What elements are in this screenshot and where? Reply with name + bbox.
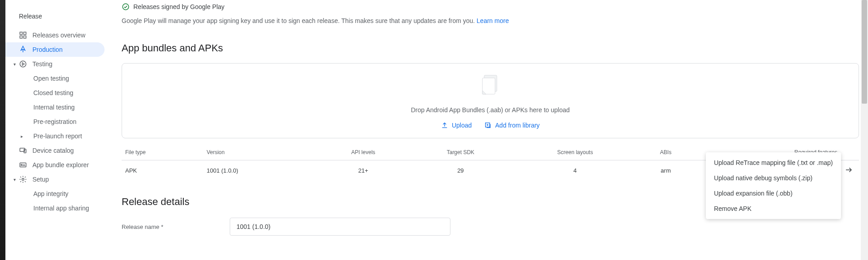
sidebar-label: Setup [32, 176, 49, 183]
library-icon [484, 122, 491, 129]
upload-button[interactable]: Upload [441, 122, 472, 129]
arrow-right-icon [845, 166, 853, 174]
sidebar-item-device-catalog[interactable]: Device catalog [5, 143, 106, 158]
sidebar-label: Internal app sharing [33, 205, 89, 212]
svg-rect-2 [20, 36, 22, 38]
gear-icon [19, 175, 32, 183]
cell-abis: arm [638, 160, 693, 181]
signing-status-text: Releases signed by Google Play [133, 3, 224, 10]
svg-point-11 [123, 4, 129, 10]
chevron-down-icon: ▾ [12, 177, 17, 182]
dropzone-text: Drop Android App Bundles (.aab) or APKs … [411, 106, 570, 114]
sidebar-label: App bundle explorer [32, 161, 89, 169]
sidebar-item-releases-overview[interactable]: Releases overview [5, 28, 106, 42]
cell-api-levels: 21+ [317, 160, 409, 181]
add-from-library-button[interactable]: Add from library [484, 122, 540, 129]
release-name-row: Release name * [122, 218, 859, 236]
col-file-type: File type [122, 145, 203, 160]
cell-file-type: APK [122, 160, 203, 181]
svg-rect-0 [20, 32, 22, 34]
app-bundles-heading: App bundles and APKs [122, 42, 859, 54]
apk-context-menu: Upload ReTrace mapping file (.txt or .ma… [706, 152, 841, 219]
col-abis: ABIs [638, 145, 693, 160]
sidebar-item-app-bundle-explorer[interactable]: App bundle explorer [5, 158, 106, 172]
upload-dropzone[interactable]: Drop Android App Bundles (.aab) or APKs … [122, 63, 859, 138]
release-name-label: Release name * [122, 224, 230, 230]
sidebar-label: Open testing [33, 75, 69, 82]
rocket-icon [19, 46, 32, 54]
col-actions [841, 145, 859, 160]
signing-status-row: Releases signed by Google Play [122, 3, 859, 11]
col-api-levels: API levels [317, 145, 409, 160]
dropzone-actions: Upload Add from library [441, 122, 540, 129]
add-from-library-label: Add from library [495, 122, 540, 129]
sidebar-item-pre-registration[interactable]: Pre-registration [5, 114, 106, 129]
sidebar-section-release: Release [5, 13, 106, 28]
sidebar-label: Production [32, 46, 63, 53]
sidebar-item-setup[interactable]: ▾ Setup [5, 172, 106, 187]
svg-point-10 [22, 178, 24, 181]
bundle-icon [19, 161, 32, 169]
release-name-input[interactable] [230, 218, 450, 236]
sidebar-label: App integrity [33, 190, 68, 197]
col-version: Version [203, 145, 318, 160]
menu-upload-expansion[interactable]: Upload expansion file (.obb) [706, 186, 841, 201]
testing-icon [19, 60, 32, 68]
menu-remove-apk[interactable]: Remove APK [706, 201, 841, 216]
svg-rect-3 [24, 36, 26, 38]
signing-desc-text: Google Play will manage your app signing… [122, 17, 477, 24]
sidebar-item-internal-testing[interactable]: Internal testing [5, 100, 106, 114]
chevron-down-icon: ▾ [12, 62, 17, 67]
sidebar-label: Closed testing [33, 89, 73, 96]
cell-version: 1001 (1.0.0) [203, 160, 318, 181]
sidebar-label: Pre-registration [33, 118, 77, 125]
menu-upload-retrace[interactable]: Upload ReTrace mapping file (.txt or .ma… [706, 155, 841, 170]
row-expand-arrow[interactable] [841, 160, 859, 181]
menu-upload-native-symbols[interactable]: Upload native debug symbols (.zip) [706, 170, 841, 186]
sidebar-label: Releases overview [32, 32, 86, 39]
devices-icon [19, 146, 32, 155]
main-content: Releases signed by Google Play Google Pl… [106, 0, 868, 260]
sidebar: Release Releases overview Production ▾ T… [5, 0, 106, 260]
sidebar-label: Pre-launch report [33, 132, 82, 140]
sidebar-label: Testing [32, 60, 52, 68]
svg-point-9 [21, 164, 23, 166]
check-circle-icon [122, 3, 130, 11]
learn-more-link[interactable]: Learn more [477, 17, 509, 24]
sidebar-item-internal-app-sharing[interactable]: Internal app sharing [5, 201, 106, 215]
dashboard-icon [19, 31, 32, 39]
cell-target-sdk: 29 [409, 160, 512, 181]
sidebar-item-closed-testing[interactable]: Closed testing [5, 86, 106, 100]
chevron-right-icon: ▸ [19, 134, 24, 139]
sidebar-item-testing[interactable]: ▾ Testing [5, 57, 106, 71]
col-target-sdk: Target SDK [409, 145, 512, 160]
svg-rect-13 [482, 78, 495, 94]
window-edge-strip [0, 0, 5, 260]
upload-button-label: Upload [452, 122, 472, 129]
upload-icon [441, 122, 448, 129]
col-screen-layouts: Screen layouts [512, 145, 638, 160]
sidebar-item-pre-launch-report[interactable]: ▸ Pre-launch report [5, 129, 106, 143]
svg-point-5 [20, 61, 26, 67]
file-stack-icon [480, 73, 501, 100]
scrollbar-thumb[interactable] [862, 0, 867, 104]
signing-description: Google Play will manage your app signing… [122, 17, 859, 24]
sidebar-label: Internal testing [33, 104, 75, 111]
vertical-scrollbar[interactable] [861, 0, 868, 260]
sidebar-item-app-integrity[interactable]: App integrity [5, 187, 106, 201]
sidebar-item-production[interactable]: Production [5, 42, 105, 57]
cell-screen-layouts: 4 [512, 160, 638, 181]
sidebar-label: Device catalog [32, 147, 74, 154]
sidebar-item-open-testing[interactable]: Open testing [5, 71, 106, 86]
svg-rect-1 [24, 32, 26, 34]
